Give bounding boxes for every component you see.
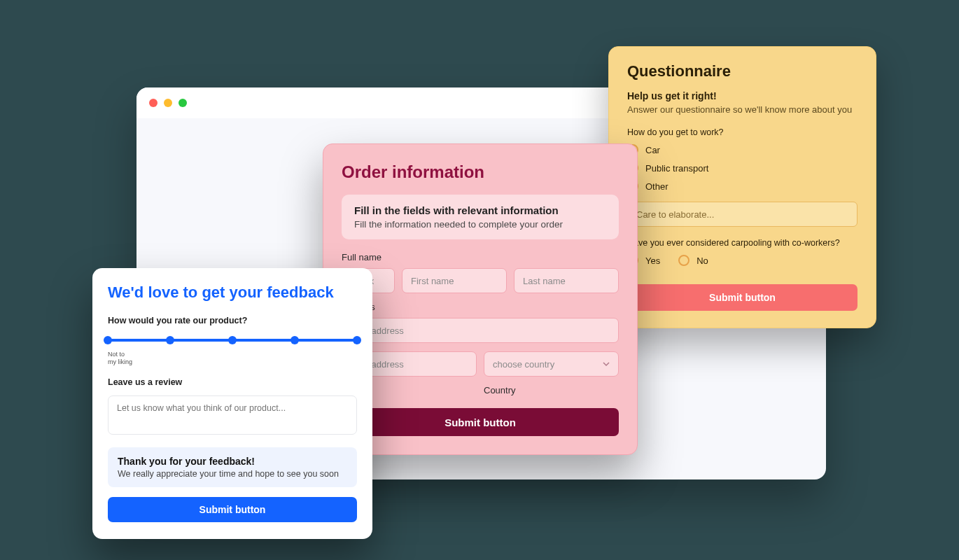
review-label: Leave us a review [108, 377, 357, 387]
elaborate-input[interactable] [627, 202, 858, 227]
slider-stop [290, 336, 299, 344]
window-minimize-dot[interactable] [164, 99, 172, 107]
questionnaire-card: Questionnaire Help us get it right! Answ… [608, 46, 876, 328]
questionnaire-submit-button[interactable]: Submit button [627, 284, 858, 311]
firstname-input[interactable] [402, 268, 507, 293]
order-title: Order information [342, 162, 619, 182]
order-info-banner: Fill in the fields with relevant informa… [342, 195, 619, 239]
slider-stop [353, 336, 361, 344]
feedback-card: We'd love to get your feedback How would… [92, 268, 372, 539]
window-close-dot[interactable] [149, 99, 158, 107]
questionnaire-description: Answer our questionnaire so we'll know m… [627, 104, 858, 115]
thank-you-sub: We really appreciate your time and hope … [118, 469, 347, 479]
questionnaire-subtitle: Help us get it right! [627, 90, 858, 102]
order-banner-title: Fill in the fields with relevant informa… [354, 204, 606, 216]
address-line-1-input[interactable] [342, 318, 619, 343]
rating-slider[interactable] [108, 334, 357, 346]
slider-min-label: Not to my liking [108, 351, 132, 366]
question-1-label: How do you get to work? [627, 127, 858, 137]
country-select-placeholder: choose country [493, 359, 554, 370]
country-label: Country [484, 385, 619, 396]
radio-label: Car [645, 145, 660, 155]
radio-option-public-transport[interactable]: Public transport [627, 162, 858, 174]
country-select[interactable]: choose country [484, 351, 619, 377]
radio-option-no[interactable]: No [678, 255, 708, 266]
question-2-label: Have you ever considered carpooling with… [627, 238, 858, 248]
order-banner-sub: Fill the information needed to complete … [354, 219, 606, 230]
radio-label: Other [645, 181, 668, 192]
radio-label: Public transport [645, 163, 708, 174]
radio-label: Yes [645, 255, 660, 266]
rating-label: How would you rate our product? [108, 316, 357, 326]
slider-stop [166, 336, 174, 344]
thank-you-banner: Thank you for your feedback! We really a… [108, 447, 357, 487]
fullname-label: Full name [342, 252, 619, 262]
radio-option-car[interactable]: Car [627, 144, 858, 155]
radio-label: No [696, 255, 708, 266]
slider-stop [228, 336, 237, 344]
order-submit-button[interactable]: Submit button [342, 408, 619, 436]
feedback-submit-button[interactable]: Submit button [108, 497, 357, 522]
slider-stop [104, 336, 112, 344]
feedback-title: We'd love to get your feedback [108, 284, 357, 302]
window-maximize-dot[interactable] [178, 99, 187, 107]
chevron-down-icon [603, 360, 610, 368]
questionnaire-title: Questionnaire [627, 62, 858, 80]
thank-you-title: Thank you for your feedback! [118, 456, 347, 467]
radio-option-other[interactable]: Other [627, 181, 858, 192]
address-label: Address [342, 302, 619, 312]
lastname-input[interactable] [514, 268, 619, 293]
review-textarea[interactable] [108, 396, 357, 435]
radio-icon [678, 255, 690, 266]
